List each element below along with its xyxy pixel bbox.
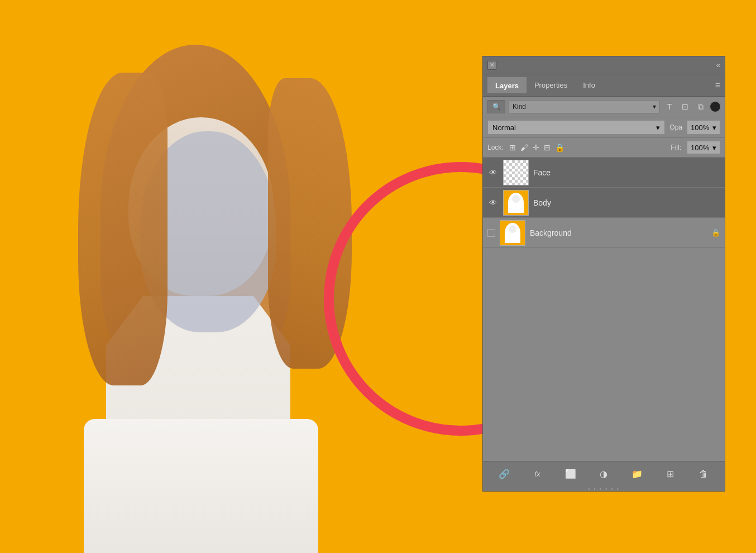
lock-paint-icon[interactable]: 🖌: [520, 143, 528, 152]
layer-item-background[interactable]: Background 🔒: [483, 218, 725, 248]
layer-item-body[interactable]: 👁 Body: [483, 188, 725, 218]
folder-icon: 📁: [631, 469, 643, 479]
person-figure: [45, 28, 369, 542]
adjustment-icon: ◑: [600, 469, 607, 479]
thumb-checkerboard-face: [504, 160, 528, 185]
filter-kind-dropdown[interactable]: Kind ▾: [509, 100, 660, 113]
filter-icons: T ⊡ ⧉: [663, 101, 720, 113]
panel-topbar: ✕ «: [483, 56, 725, 74]
panel-menu-icon[interactable]: ≡: [715, 80, 720, 90]
layer-thumb-background: [500, 220, 525, 246]
tab-properties[interactable]: Properties: [527, 78, 575, 93]
new-layer-icon: ⊞: [667, 469, 674, 479]
panel-tabs: Layers Properties Info ≡: [483, 74, 725, 97]
layer-thumb-body: [503, 190, 529, 216]
new-group-button[interactable]: 📁: [629, 466, 645, 482]
chevron-down-icon: ▾: [712, 144, 716, 152]
thumb-orange-background: [500, 221, 525, 245]
layer-item-face[interactable]: 👁 Face: [483, 158, 725, 188]
add-mask-button[interactable]: ⬜: [563, 466, 578, 482]
link-layers-button[interactable]: 🔗: [496, 466, 512, 482]
filter-transform-icon[interactable]: ⊡: [679, 101, 691, 113]
mask-icon: ⬜: [565, 469, 576, 479]
lock-transparent-icon[interactable]: ⊞: [509, 143, 516, 152]
lock-all-icon[interactable]: 🔒: [555, 143, 564, 152]
grip-dots: • • • • • •: [588, 486, 620, 492]
collapse-icon: «: [716, 61, 720, 69]
fx-icon: fx: [534, 470, 540, 478]
layer-name-background: Background: [530, 228, 707, 237]
blendmode-row: Normal ▾ Opa 100% ▾: [483, 117, 725, 138]
chevron-down-icon: ▾: [653, 103, 656, 111]
layer-visibility-body[interactable]: 👁: [487, 197, 499, 208]
filter-smart-icon[interactable]: ⧉: [695, 101, 707, 113]
filter-type-icon[interactable]: T: [663, 101, 676, 113]
fill-input[interactable]: 100% ▾: [687, 141, 720, 154]
opacity-input[interactable]: 100% ▾: [687, 120, 720, 135]
new-layer-button[interactable]: ⊞: [663, 466, 678, 482]
layer-visibility-background[interactable]: [487, 229, 495, 237]
layer-visibility-face[interactable]: 👁: [487, 167, 499, 178]
delete-layer-button[interactable]: 🗑: [696, 466, 711, 482]
filter-search-icon[interactable]: 🔍: [487, 100, 505, 113]
thumb-orange-body: [504, 190, 528, 215]
panel-collapse-button[interactable]: «: [716, 61, 720, 69]
link-icon: 🔗: [499, 469, 510, 479]
layer-name-face: Face: [533, 168, 720, 177]
lock-move-icon[interactable]: ✛: [533, 143, 539, 152]
layer-lock-background-icon: 🔒: [711, 228, 720, 237]
hair-front-left: [78, 73, 168, 385]
blend-mode-dropdown[interactable]: Normal ▾: [487, 120, 665, 135]
close-icon: ✕: [490, 61, 495, 69]
chevron-down-icon: ▾: [656, 123, 660, 132]
tab-info[interactable]: Info: [575, 78, 603, 93]
panel-grip: • • • • • •: [483, 487, 725, 491]
fill-label: Fill:: [671, 144, 681, 151]
fx-button[interactable]: fx: [529, 466, 545, 482]
lock-label: Lock:: [487, 144, 504, 151]
hair-front-right: [268, 78, 352, 369]
thumb-figure-background: [505, 223, 520, 243]
filter-row: 🔍 Kind ▾ T ⊡ ⧉: [483, 97, 725, 117]
panel-bottom-toolbar: 🔗 fx ⬜ ◑ 📁 ⊞ 🗑: [483, 461, 725, 487]
layer-thumb-face: [503, 160, 529, 185]
chevron-down-icon: ▾: [712, 123, 716, 132]
layer-name-body: Body: [533, 198, 720, 207]
delete-icon: 🗑: [699, 469, 708, 479]
tab-layers[interactable]: Layers: [487, 77, 527, 93]
shirt: [84, 419, 318, 553]
layers-panel: ✕ « Layers Properties Info ≡ 🔍 Kind ▾ T …: [482, 56, 725, 492]
opacity-label: Opa: [669, 123, 682, 131]
panel-close-button[interactable]: ✕: [487, 61, 496, 70]
lock-row: Lock: ⊞ 🖌 ✛ ⊟ 🔒 Fill: 100% ▾: [483, 138, 725, 158]
layers-list: 👁 Face 👁 Body Background: [483, 158, 725, 461]
filter-toggle-circle[interactable]: [710, 102, 720, 112]
thumb-figure-body: [508, 193, 524, 213]
lock-artboard-icon[interactable]: ⊟: [544, 143, 551, 152]
adjustment-layer-button[interactable]: ◑: [596, 466, 611, 482]
lock-icons: ⊞ 🖌 ✛ ⊟ 🔒: [509, 143, 564, 152]
